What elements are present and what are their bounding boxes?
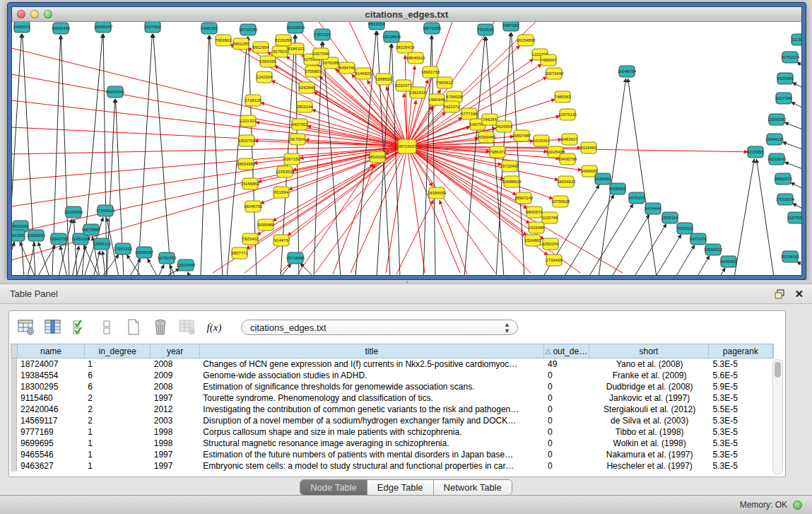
table-cell[interactable]: Hescheler et al. (1997) [590,460,710,472]
table-cell[interactable]: Estimation of significance thresholds fo… [199,381,544,392]
table-cell[interactable]: 0 [544,449,590,460]
graph-node[interactable]: 9427552 [291,119,308,130]
table-cell[interactable]: 0 [544,438,590,449]
table-cell[interactable]: 2 [84,392,150,404]
graph-node[interactable]: 9146821 [355,68,372,79]
graph-node[interactable]: 6466160 [201,23,218,34]
table-cell[interactable]: Disruption of a novel member of a sodium… [199,415,544,426]
table-cell[interactable]: Changes of HCN gene expression and I(f) … [199,358,544,370]
graph-node[interactable]: 17957223 [114,243,133,255]
table-cell[interactable]: 5.5E-5 [710,404,774,415]
graph-node[interactable]: 9267150 [283,153,300,165]
graph-node[interactable]: 831834 [273,187,289,198]
graph-node[interactable]: 2803144 [296,101,313,112]
graph-node[interactable]: 8912954 [252,42,269,53]
table-cell[interactable]: Dudbridge et al. (2008) [590,381,710,392]
table-cell[interactable]: 5.3E-5 [710,358,774,370]
close-window-button[interactable] [17,10,25,18]
table-cell[interactable]: Investigating the contribution of common… [199,404,544,415]
graph-node[interactable]: 15892971 [774,173,793,185]
table-cell[interactable]: 0 [544,370,590,381]
graph-node[interactable]: 7825402 [242,233,259,245]
table-cell[interactable]: 18300295 [17,381,84,392]
table-cell[interactable]: 1 [84,449,150,460]
graph-node[interactable]: 1113044 [792,34,801,45]
table-cell[interactable]: de Silva et al. (2003) [590,415,710,426]
table-cell[interactable]: 14569117 [17,415,84,426]
graph-node[interactable]: 1524862 [524,235,541,246]
graph-node[interactable]: 3756853 [305,66,322,77]
graph-node[interactable]: 8215955 [747,146,764,158]
table-cell[interactable]: 9699695 [17,438,84,449]
new-column-icon[interactable] [124,317,143,337]
table-cell[interactable]: 2012 [151,404,200,415]
column-header-year[interactable]: year [151,344,199,358]
graph-node[interactable]: 2405571 [13,22,30,33]
table-cell[interactable]: 2 [84,415,150,426]
table-row[interactable]: 1938455462009Genome-wide association stu… [11,370,774,381]
graph-node[interactable]: 8601255 [233,38,249,49]
graph-node[interactable]: 6679197 [628,192,645,204]
table-cell[interactable]: 0 [544,392,590,404]
graph-node[interactable]: 18640910 [406,52,425,64]
table-cell[interactable]: 9777169 [17,426,84,438]
table-cell[interactable]: 5.3E-5 [710,415,774,426]
graph-node[interactable]: 1927546 [312,48,329,59]
table-cell[interactable]: 5.3E-5 [710,449,774,460]
graph-node[interactable]: 8938924 [609,183,626,194]
table-cell[interactable]: Tourette syndrome. Phenomenology and cla… [199,392,544,404]
column-header-short[interactable]: short [589,344,709,358]
graph-node[interactable]: 8454749 [339,62,355,74]
scrollbar-thumb[interactable] [775,362,781,378]
graph-node[interactable]: 18654982 [237,158,256,170]
graph-node[interactable]: 1654335 [259,56,276,67]
tab-network-table[interactable]: Network Table [434,480,512,495]
unselect-all-icon[interactable] [97,317,117,337]
table-selector-dropdown[interactable]: citations_edges.txt ▲▼ [241,320,518,335]
graph-node[interactable]: 30691406 [52,23,71,34]
graph-node[interactable]: 9227349 [775,93,792,104]
table-cell[interactable]: 2009 [151,370,200,381]
graph-node[interactable]: 9245652 [720,256,737,267]
graph-node[interactable]: 1640954 [594,173,611,185]
graph-node[interactable]: 10756928 [551,196,570,207]
column-header-title[interactable]: title [200,344,544,358]
graph-node[interactable]: 26053346 [106,86,125,98]
graph-node[interactable]: 6216061 [533,135,550,146]
table-vertical-scrollbar[interactable] [772,359,783,474]
graph-node[interactable]: 12093382 [767,114,787,125]
table-row[interactable]: 1872400712008Changes of HCN gene express… [11,358,774,370]
graph-node[interactable]: 13218906 [382,31,401,42]
close-panel-icon[interactable]: ✕ [794,288,804,300]
graph-node[interactable]: 10958187 [135,247,154,258]
graph-node[interactable]: 7986372 [489,146,506,158]
graph-node[interactable]: 19942757 [49,233,69,245]
graph-node[interactable]: 7489667 [540,54,557,66]
table-row[interactable]: 911546021997Tourette syndrome. Phenomeno… [11,392,774,404]
table-cell[interactable]: Nakamura et al. (1997) [590,449,710,460]
graph-node[interactable]: 10655287 [94,22,113,33]
table-cell[interactable]: Jankovic et al. (1997) [590,392,710,404]
graph-node[interactable]: 12353504 [276,166,295,177]
graph-node[interactable]: 12505115 [93,238,112,250]
graph-node[interactable]: 8471676 [690,233,707,245]
table-cell[interactable]: 22420046 [17,404,84,415]
graph-node[interactable]: 7955812 [436,77,453,88]
graph-node[interactable]: 15720407 [500,160,519,172]
graph-node[interactable]: 1588520 [375,74,392,85]
table-cell[interactable]: 1997 [151,392,200,404]
graph-node[interactable]: 19654923 [557,176,576,187]
graph-node[interactable]: 9857771 [231,247,248,259]
table-cell[interactable]: 5.3E-5 [710,438,774,449]
graph-node[interactable]: 16671355 [423,23,442,34]
graph-node[interactable]: 16046756 [244,201,263,212]
table-cell[interactable]: 5.3E-5 [710,426,774,438]
graph-node[interactable]: 18300295 [368,151,387,163]
graph-node[interactable]: 18724007 [398,139,417,153]
graph-node[interactable]: 16648784 [618,66,637,77]
table-cell[interactable]: 6 [84,381,150,392]
table-cell[interactable]: 1998 [151,426,200,438]
table-cell[interactable]: Franke et al. (2009) [590,370,710,381]
graph-node[interactable]: 9099489 [257,219,274,230]
table-cell[interactable]: Structural magnetic resonance image aver… [199,438,544,449]
